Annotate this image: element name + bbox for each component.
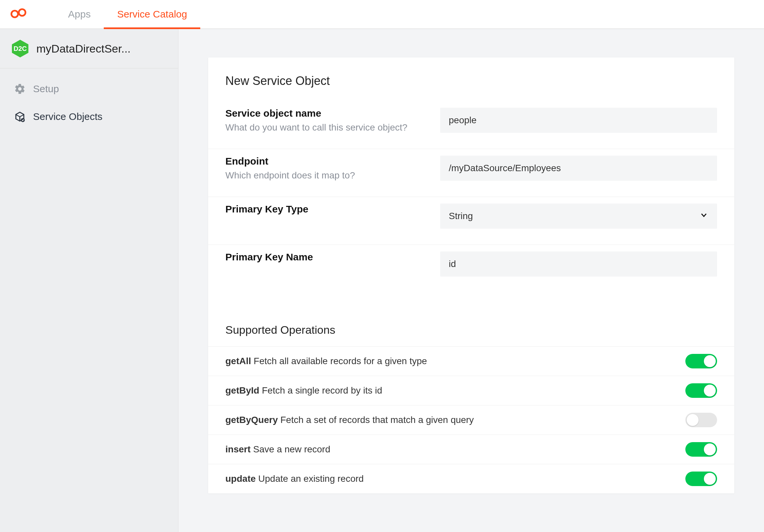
service-badge: D2C xyxy=(11,39,30,58)
sidebar-item-setup[interactable]: Setup xyxy=(0,75,178,103)
operation-getbyid: getById Fetch a single record by its id xyxy=(208,376,734,405)
supported-operations-title: Supported Operations xyxy=(208,300,734,346)
field-service-object-name: Service object name What do you want to … xyxy=(208,101,734,149)
sidebar: D2C myDataDirectSer... Setup Service Obj… xyxy=(0,29,178,532)
field-endpoint: Endpoint Which endpoint does it map to? xyxy=(208,149,734,197)
sidebar-item-label: Setup xyxy=(33,83,59,94)
svg-point-0 xyxy=(11,11,18,17)
operation-name: update xyxy=(225,473,256,484)
tab-apps[interactable]: Apps xyxy=(55,1,104,29)
primary-key-name-input[interactable] xyxy=(440,252,717,276)
sidebar-menu: Setup Service Objects xyxy=(0,69,178,130)
toggle-insert[interactable] xyxy=(685,442,717,457)
toggle-getbyquery[interactable] xyxy=(685,413,717,427)
field-primary-key-type: Primary Key Type String xyxy=(208,197,734,245)
select-value: String xyxy=(440,204,717,229)
primary-key-type-select[interactable]: String xyxy=(440,204,717,229)
sidebar-header: D2C myDataDirectSer... xyxy=(0,29,178,69)
operation-getbyquery: getByQuery Fetch a set of records that m… xyxy=(208,405,734,435)
field-label: Primary Key Name xyxy=(225,252,430,263)
operation-description: Fetch a single record by its id xyxy=(262,385,382,396)
sidebar-item-service-objects[interactable]: Service Objects xyxy=(0,103,178,130)
operation-insert: insert Save a new record xyxy=(208,435,734,464)
operation-name: insert xyxy=(225,444,251,454)
field-primary-key-name: Primary Key Name xyxy=(208,245,734,300)
operation-name: getByQuery xyxy=(225,415,278,425)
field-help: Which endpoint does it map to? xyxy=(225,170,430,181)
toggle-update[interactable] xyxy=(685,471,717,486)
operation-name: getById xyxy=(225,385,260,396)
nav-tabs: Apps Service Catalog xyxy=(55,0,200,28)
infinity-icon xyxy=(10,7,28,22)
toggle-getall[interactable] xyxy=(685,354,717,368)
tab-service-catalog[interactable]: Service Catalog xyxy=(104,1,200,29)
operation-getall: getAll Fetch all available records for a… xyxy=(208,346,734,376)
operation-update: update Update an existing record xyxy=(208,464,734,493)
gear-icon xyxy=(14,83,26,95)
field-label: Primary Key Type xyxy=(225,204,430,215)
service-object-name-input[interactable] xyxy=(440,108,717,133)
form-card: New Service Object Service object name W… xyxy=(208,58,734,493)
operation-name: getAll xyxy=(225,356,251,366)
sidebar-item-label: Service Objects xyxy=(33,111,102,122)
field-label: Endpoint xyxy=(225,156,430,167)
cube-icon xyxy=(14,111,26,122)
operation-description: Fetch a set of records that match a give… xyxy=(281,415,474,425)
top-nav: Apps Service Catalog xyxy=(0,0,764,29)
operation-description: Save a new record xyxy=(253,444,330,454)
service-badge-text: D2C xyxy=(14,45,27,53)
content: New Service Object Service object name W… xyxy=(178,29,764,532)
form-title: New Service Object xyxy=(208,58,734,101)
logo[interactable] xyxy=(10,0,28,28)
field-label: Service object name xyxy=(225,108,430,119)
toggle-getbyid[interactable] xyxy=(685,383,717,398)
sidebar-title: myDataDirectSer... xyxy=(36,42,130,55)
endpoint-input[interactable] xyxy=(440,156,717,181)
field-help: What do you want to call this service ob… xyxy=(225,122,430,133)
svg-point-1 xyxy=(19,9,25,16)
operation-description: Fetch all available records for a given … xyxy=(254,356,427,366)
operation-description: Update an existing record xyxy=(259,473,364,484)
